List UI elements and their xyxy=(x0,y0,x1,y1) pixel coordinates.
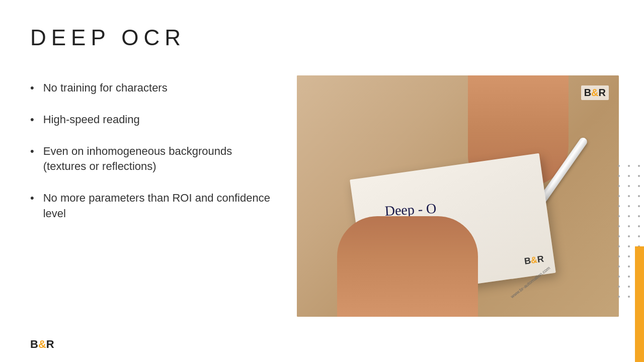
slide-title: DEEP OCR xyxy=(30,25,614,50)
dot xyxy=(618,185,620,187)
dot xyxy=(628,225,630,227)
dot xyxy=(628,195,630,197)
dot xyxy=(618,225,620,227)
list-item: • No training for characters xyxy=(30,80,277,96)
dot xyxy=(618,255,620,257)
image-canvas: Deep - O B&R www.br-automation.com B&R xyxy=(297,75,619,317)
dot xyxy=(638,165,640,167)
dot xyxy=(628,215,630,217)
dot xyxy=(638,205,640,207)
dot xyxy=(638,225,640,227)
dot xyxy=(618,235,620,237)
list-item: • High-speed reading xyxy=(30,112,277,128)
dot xyxy=(628,276,630,278)
paper-logo: B&R xyxy=(524,254,545,267)
dot xyxy=(618,175,620,177)
bullet-text-1: No training for characters xyxy=(43,80,277,96)
bullet-text-4: No more parameters than ROI and confiden… xyxy=(43,191,277,222)
dot xyxy=(618,165,620,167)
slide: DEEP OCR • No training for characters • … xyxy=(0,0,644,362)
dot xyxy=(628,296,630,298)
bullet-text-3: Even on inhomogeneous backgrounds (textu… xyxy=(43,144,277,175)
dot xyxy=(628,265,630,267)
image-brand-logo: B&R xyxy=(581,85,609,100)
dot xyxy=(638,185,640,187)
paper-website: www.br-automation.com xyxy=(510,265,551,299)
orange-bar-decoration xyxy=(635,246,644,362)
dot xyxy=(618,276,620,278)
dot xyxy=(628,235,630,237)
bullet-dot-4: • xyxy=(30,191,34,206)
bullet-dot-3: • xyxy=(30,144,34,159)
dot xyxy=(618,296,620,298)
dot xyxy=(628,165,630,167)
dot xyxy=(618,286,620,288)
dot xyxy=(638,195,640,197)
slide-image: Deep - O B&R www.br-automation.com B&R xyxy=(297,75,619,317)
bullet-text-2: High-speed reading xyxy=(43,112,277,128)
bullet-list: • No training for characters • High-spee… xyxy=(30,80,277,238)
bullet-dot-1: • xyxy=(30,80,34,96)
dot xyxy=(628,255,630,257)
dot xyxy=(628,175,630,177)
bottom-brand-logo: B&R xyxy=(30,338,54,351)
dot xyxy=(618,245,620,247)
dot xyxy=(618,205,620,207)
dot xyxy=(618,265,620,267)
dot xyxy=(638,215,640,217)
list-item: • Even on inhomogeneous backgrounds (tex… xyxy=(30,144,277,175)
dot xyxy=(628,205,630,207)
hand-bottom xyxy=(337,216,478,317)
dot xyxy=(618,215,620,217)
dot xyxy=(618,195,620,197)
dot xyxy=(628,245,630,247)
bullet-dot-2: • xyxy=(30,112,34,128)
dot xyxy=(628,286,630,288)
dot xyxy=(638,235,640,237)
dot xyxy=(628,185,630,187)
list-item: • No more parameters than ROI and confid… xyxy=(30,191,277,222)
dot xyxy=(638,175,640,177)
content-area: • No training for characters • High-spee… xyxy=(30,75,614,317)
